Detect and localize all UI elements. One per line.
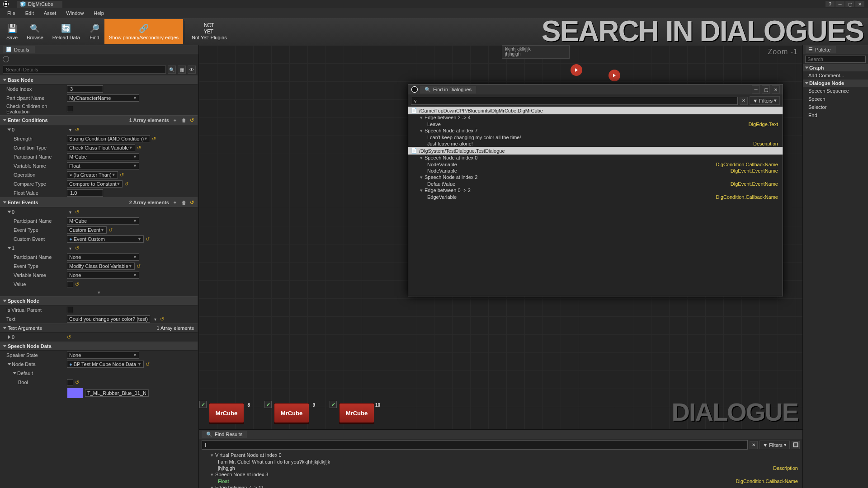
browse-button[interactable]: 🔍Browse [22,19,48,44]
reset-icon[interactable]: ↺ [146,361,150,367]
reset-icon[interactable]: ↺ [75,245,79,251]
reload-button[interactable]: 🔄Reload Data [48,19,85,44]
menu-window[interactable]: Window [61,9,88,17]
cond-participant-dropdown[interactable]: MrCube▼ [67,153,139,160]
menu-help[interactable]: Help [89,9,108,17]
graph-pin-icon[interactable] [609,70,620,81]
reset-icon[interactable]: ↺ [137,145,141,151]
result-row[interactable]: ▾Speech Node at index 0 [408,155,783,161]
ev1-participant-dropdown[interactable]: None▼ [67,253,139,261]
palette-search-input[interactable] [805,56,866,63]
compare-dropdown[interactable]: Compare to Constant▼ [67,180,123,188]
save-button[interactable]: 💾Save [2,19,22,44]
result-row[interactable]: ▾Edge between 0 -> 2 [408,187,783,194]
material-thumbnail[interactable] [67,388,83,399]
search-global-icon[interactable]: 🔳 [792,441,800,449]
section-enter-events[interactable]: Enter Events2 Array elements＋🗑↺ [0,197,198,207]
value-checkbox[interactable] [67,281,73,287]
palette-item-speech[interactable]: Speech [803,95,868,103]
virtual-checkbox[interactable] [67,307,73,313]
find-dialogues-tab[interactable]: 🔍Find in Dialogues [420,86,476,94]
result-file-header[interactable]: 📄 /Game/TopDownCPP/Blueprints/DlgMrCube.… [408,107,783,114]
reset-icon[interactable]: ↺ [75,282,79,287]
speaker-dropdown[interactable]: None▼ [67,352,139,359]
close-button[interactable]: ✕ [855,1,864,7]
node-index-input[interactable]: 3 [67,85,103,93]
palette-item-add-comment[interactable]: Add Comment... [803,71,868,80]
maximize-button[interactable]: ▢ [845,1,854,7]
add-icon[interactable]: ＋ [172,117,178,123]
trash-icon[interactable]: 🗑 [181,199,187,206]
plugin-button[interactable]: NOT YETNot Yet: Plugins [185,19,233,44]
graph-canvas[interactable]: Zoom -1 kkjhhjkjklkjljkjhjhgjgh 🔍Find in… [199,45,802,429]
section-enter-conditions[interactable]: Enter Conditions1 Array elements＋🗑↺ [0,115,198,125]
textarg-0[interactable]: 0 [4,334,67,340]
reset-icon[interactable]: ↺ [75,209,79,215]
array-index-0[interactable]: 0 [4,127,67,132]
minimize-button[interactable]: ─ [835,1,844,7]
ev0-type-dropdown[interactable]: Custom Event▼ [67,226,107,234]
node-data-dropdown[interactable]: ● BP Test Mr Cube Node Data▼ [67,361,144,368]
reset-icon[interactable]: ↺ [124,181,128,187]
ev1-var-dropdown[interactable]: None▼ [67,272,139,279]
add-icon[interactable]: ＋ [172,199,178,206]
material-dropdown[interactable]: T_ML_Rubber_Blue_01_N [85,389,149,397]
graph-node-mrcube[interactable]: ✓MrCube8 [209,403,244,423]
result-row[interactable]: DefaultValueDlgEvent.EventName [408,181,783,187]
matrix-icon[interactable]: ▦ [178,66,186,74]
palette-item-selector[interactable]: Selector [803,103,868,111]
reset-icon[interactable]: ↺ [137,263,141,269]
palette-item-end[interactable]: End [803,111,868,119]
result-row[interactable]: NodeVariableDlgEvent.EventName [408,168,783,174]
maximize-button[interactable]: ▢ [762,85,770,94]
section-speech-node-data[interactable]: Speech Node Data [0,342,198,351]
result-row[interactable]: ▾Virtual Parent Node at index 0 [199,452,802,459]
result-row[interactable]: jhjhgjghDescription [199,465,802,471]
check-children-checkbox[interactable] [67,106,73,112]
text-input[interactable]: Could you change your color? (test) [67,315,150,323]
window-tab[interactable]: 🧊 DlgMrCube [17,1,62,8]
result-row[interactable]: I can't keep changing my color all the t… [408,134,783,141]
reset-icon[interactable]: ↺ [190,200,194,206]
graph-node-mrcube[interactable]: ✓MrCube10 [339,403,374,423]
minimize-button[interactable]: ─ [752,85,760,94]
find-results-tab[interactable]: 🔍Find Results [202,431,247,438]
label-node-data[interactable]: Node Data [4,361,67,367]
result-row[interactable]: FloatDlgCondition.CallbackName [199,478,802,484]
result-row[interactable]: I am Mr. Cube! What can I do for you?kkj… [199,459,802,465]
custom-event-dropdown[interactable]: ● Event Custom▼ [67,235,144,243]
result-row[interactable]: LeaveDlgEdge.Text [408,121,783,127]
find-results-tree[interactable]: 📄 /Game/TopDownCPP/Blueprints/DlgMrCube.… [408,107,783,296]
find-dialogues-input[interactable] [411,97,738,105]
result-file-header[interactable]: 📄 /DlgSystem/TestDialogue.TestDialogue [408,147,783,155]
clear-icon[interactable]: ✕ [740,97,748,105]
result-row[interactable]: Just leave me alone!Description [408,141,783,147]
strength-dropdown[interactable]: Strong Condition (AND Condition)▼ [67,135,150,142]
result-row[interactable]: ▾Edge between 2 -> 4 [408,114,783,121]
reset-icon[interactable]: ↺ [146,236,150,242]
result-row[interactable]: ▾Speech Node at index 3 [199,471,802,478]
reset-icon[interactable]: ↺ [120,172,124,178]
result-row[interactable]: ▾Speech Node at index 7 [408,127,783,134]
menu-file[interactable]: File [3,9,20,17]
result-row[interactable]: EdgeVariableDlgCondition.CallbackName [408,194,783,200]
ev0-participant-dropdown[interactable]: MrCube▼ [67,217,139,225]
result-row[interactable]: ▾Speech Node at index 2 [408,174,783,181]
find-button[interactable]: 🔎Find [85,19,104,44]
help-icon[interactable]: ? [826,1,835,7]
result-row[interactable]: ▾Edge between 7 -> 11 [199,484,802,488]
array-index-0b[interactable]: 0 [4,209,67,215]
ev1-type-dropdown[interactable]: Modify Class Bool Variable▼ [67,263,135,270]
reset-icon[interactable]: ↺ [190,117,194,123]
graph-pin-icon[interactable] [571,64,582,76]
variable-name-dropdown[interactable]: Float▼ [67,162,139,169]
graph-node-fragment[interactable]: kkjhhjkjklkjljkjhjhgjgh [502,45,570,59]
close-button[interactable]: ✕ [772,85,780,94]
palette-section-dialogue-node[interactable]: Dialogue Node [803,80,868,87]
expand-arrow-icon[interactable]: ▾ [0,289,198,296]
show-edges-button[interactable]: 🔗Show primary/secondary edges [104,19,183,44]
participant-dropdown[interactable]: MyCharacterName▼ [67,94,139,102]
details-search-input[interactable] [3,66,166,74]
menu-edit[interactable]: Edit [21,9,38,17]
filters-button[interactable]: ▼ Filters ▾ [750,96,780,105]
